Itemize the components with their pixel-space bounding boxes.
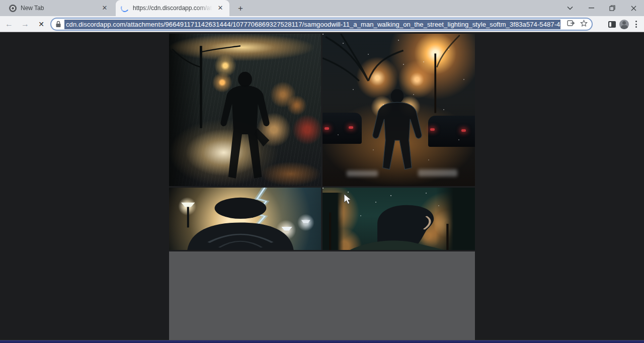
tab-new-tab[interactable]: New Tab ✕: [4, 0, 114, 16]
back-button[interactable]: ←: [2, 17, 16, 31]
tab-strip: New Tab ✕ https://cdn.discordapp.com/att…: [0, 0, 644, 16]
tab-discord-cdn[interactable]: https://cdn.discordapp.com/atta ✕: [116, 0, 229, 16]
profile-avatar[interactable]: [619, 20, 629, 29]
close-window-button[interactable]: [623, 0, 644, 16]
address-bar[interactable]: cdn.discordapp.com/attachments/966491171…: [50, 18, 593, 31]
maximize-restore-button[interactable]: [602, 0, 623, 16]
image-loading-placeholder: [169, 251, 475, 341]
share-icon[interactable]: [567, 20, 575, 29]
windows-taskbar-edge: [0, 340, 644, 343]
page-content: [0, 32, 644, 340]
image-quadrant-snowy-street: [323, 34, 475, 186]
bookmark-star-icon[interactable]: [580, 20, 588, 29]
url-text-selected[interactable]: cdn.discordapp.com/attachments/966491171…: [64, 20, 560, 29]
lock-icon[interactable]: [55, 21, 61, 28]
tab-close-icon[interactable]: ✕: [216, 4, 224, 12]
tab-close-icon[interactable]: ✕: [101, 4, 109, 12]
toolbar-right-cluster: [608, 16, 644, 32]
tab-title: https://cdn.discordapp.com/atta: [133, 5, 212, 12]
loading-spinner-icon: [120, 3, 130, 13]
image-quadrant-rainy-street: [169, 34, 321, 186]
browser-toolbar: ← → ✕ cdn.discordapp.com/attachments/966…: [0, 16, 644, 32]
tab-search-chevron-icon[interactable]: [559, 0, 581, 16]
new-tab-button[interactable]: +: [234, 3, 247, 15]
chrome-logo-icon: [9, 5, 17, 12]
image-quadrant-lightning-man: [169, 188, 321, 250]
generated-image-grid[interactable]: [169, 34, 475, 341]
minimize-button[interactable]: [581, 0, 602, 16]
tab-title: New Tab: [21, 5, 97, 12]
forward-button[interactable]: →: [18, 17, 32, 31]
side-panel-icon[interactable]: [608, 21, 616, 28]
mouse-cursor: [344, 194, 352, 206]
browser-window: New Tab ✕ https://cdn.discordapp.com/att…: [0, 0, 644, 343]
menu-dots-icon[interactable]: [632, 21, 640, 28]
stop-loading-button[interactable]: ✕: [34, 17, 48, 31]
